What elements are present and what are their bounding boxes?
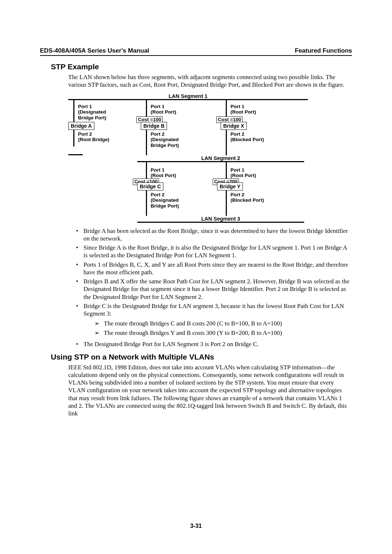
line xyxy=(226,190,227,216)
bullet-3: Ports 1 of Bridges B, C, X, and Y are al… xyxy=(81,261,352,276)
stp-diagram: LAN Segment 1 Port 1 (Designated Bridge … xyxy=(68,93,308,223)
bullet-6: The Designated Bridge Port for LAN Segme… xyxy=(81,340,352,348)
bridge-a-port2: Port 2 (Root Bridge) xyxy=(78,131,109,143)
bridge-a-name: Bridge A xyxy=(68,122,94,130)
seg3-line xyxy=(137,222,304,223)
header-left: EDS-408A/405A Series User's Manual xyxy=(40,47,149,54)
stp-bullets: Bridge A has been selected as the Root B… xyxy=(68,227,352,348)
sub-bullet-a: The route through Bridges C and B costs … xyxy=(94,319,352,328)
page-header: EDS-408A/405A Series User's Manual Featu… xyxy=(40,47,352,56)
header-right: Featured Functions xyxy=(295,47,352,54)
bridge-y-name: Bridge Y xyxy=(217,182,243,190)
bullet-4: Bridges B and X offer the same Root Path… xyxy=(81,278,352,301)
bullet-2: Since Bridge A is the Root Bridge, it is… xyxy=(81,244,352,259)
line xyxy=(73,130,74,147)
line xyxy=(73,100,74,122)
vlan-para: IEEE Std 802.1D, 1998 Edition, does not … xyxy=(68,364,352,418)
bridge-y-port2: Port 2 (Blocked Port) xyxy=(230,192,264,203)
seg2-label: LAN Segment 2 xyxy=(137,155,304,161)
page-footer: 3-31 xyxy=(0,523,392,529)
bridge-c-name: Bridge C xyxy=(137,182,163,190)
seg3-label: LAN Segment 3 xyxy=(137,216,304,222)
bridge-x-name: Bridge X xyxy=(221,122,247,130)
bullet-5-text: Bridge C is the Designated Bridge for LA… xyxy=(83,303,344,317)
bridge-x-port1: Port 1 (Root Port) xyxy=(230,104,256,115)
line xyxy=(226,130,227,155)
seg1-label: LAN Segment 1 xyxy=(68,93,308,99)
bridge-x-port2: Port 2 (Blocked Port) xyxy=(230,131,264,143)
bridge-b-name: Bridge B xyxy=(141,122,167,130)
bullet-1: Bridge A has been selected as the Root B… xyxy=(81,227,352,243)
sub-bullets: The route through Bridges C and B costs … xyxy=(83,319,352,337)
stp-heading: STP Example xyxy=(51,62,352,71)
bullet-5: Bridge C is the Designated Bridge for LA… xyxy=(81,302,352,338)
bridge-a-port1: Port 1 (Designated Bridge Port) xyxy=(78,104,106,121)
line xyxy=(68,154,83,155)
stp-intro: The LAN shown below has three segments, … xyxy=(68,73,352,89)
sub-bullet-b: The route through Bridges Y and B costs … xyxy=(94,328,352,338)
bridge-b-port2: Port 2 (Designated Bridge Port) xyxy=(151,131,179,148)
bridge-c-port2: Port 2 (Designated Bridge Port) xyxy=(151,192,179,209)
line xyxy=(146,190,147,216)
bridge-c-port1: Port 1 (Root Port) xyxy=(151,167,176,178)
line xyxy=(146,130,147,155)
bridge-b-port1: Port 1 (Root Port) xyxy=(151,104,176,115)
bridge-y-port1: Port 1 (Root Port) xyxy=(230,167,256,178)
vlan-heading: Using STP on a Network with Multiple VLA… xyxy=(51,353,352,361)
